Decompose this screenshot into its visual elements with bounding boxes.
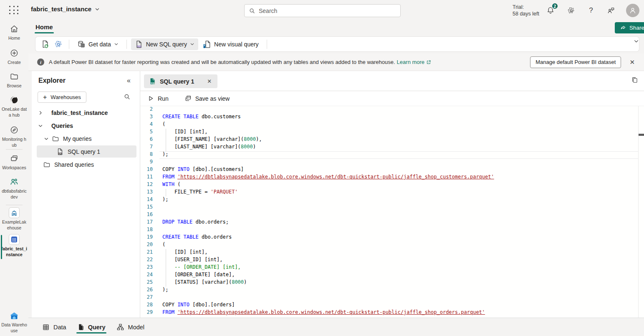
- chevron-down-icon[interactable]: [37, 123, 44, 128]
- settings-button[interactable]: [566, 5, 576, 15]
- plus-icon: +: [43, 94, 47, 101]
- code-line-2[interactable]: 2: [140, 106, 644, 114]
- code-line-13[interactable]: 13 FILE_TYPE = 'PARQUET': [140, 189, 644, 196]
- rail-item-examplelakehouse[interactable]: ExampleLakehouse: [0, 208, 28, 231]
- workspace-switcher[interactable]: fabric_test_instance: [31, 5, 100, 13]
- rail-item-browse[interactable]: Browse: [0, 72, 28, 89]
- home-toolbar: Get data SQL New SQL query New vis: [35, 37, 639, 51]
- code-line-4[interactable]: 4(: [140, 121, 644, 129]
- help-button[interactable]: ?: [586, 5, 596, 15]
- manage-default-dataset-button[interactable]: Manage default Power BI dataset: [530, 56, 621, 68]
- tree-item-fabric-test-instance[interactable]: fabric_test_instance: [32, 106, 140, 119]
- view-tab-model[interactable]: Model: [114, 318, 147, 336]
- learn-more-link[interactable]: Learn more: [397, 59, 424, 65]
- rail-item-monitoring-hub[interactable]: Monitoring hub: [0, 125, 28, 148]
- indent-guide: [166, 272, 166, 279]
- chevron-right-icon[interactable]: [37, 110, 44, 115]
- add-warehouses-button[interactable]: + Warehouses: [38, 92, 86, 103]
- code-line-6[interactable]: 6 [FIRST_NAME] [varchar](8000),: [140, 136, 644, 144]
- code-line-3[interactable]: 3CREATE TABLE dbo.customers: [140, 114, 644, 121]
- code-line-10[interactable]: 10COPY INTO [dbo].[customers]: [140, 166, 644, 174]
- close-tab-icon[interactable]: ✕: [207, 78, 212, 84]
- code-line-8[interactable]: 8);: [140, 151, 644, 159]
- refresh-button[interactable]: [39, 38, 51, 50]
- code-line-26[interactable]: 26);: [140, 287, 644, 294]
- sql-code-editor[interactable]: 23CREATE TABLE dbo.customers4(5 [ID] [in…: [140, 106, 644, 318]
- new-sql-query-button[interactable]: SQL New SQL query: [131, 38, 198, 50]
- new-visual-query-button[interactable]: New visual query: [199, 38, 263, 50]
- notifications-button[interactable]: 2: [546, 5, 556, 15]
- rail-item-onelake-data-hub[interactable]: OneLake data hub: [0, 95, 28, 118]
- collapse-panel-icon[interactable]: «: [127, 77, 131, 84]
- tree-item-queries[interactable]: Queries: [32, 119, 140, 132]
- code-line-11[interactable]: 11FROM 'https://dbtlabsynapsedatalake.bl…: [140, 174, 644, 181]
- code-line-28[interactable]: 28COPY INTO [dbo].[orders]: [140, 302, 644, 309]
- code-line-14[interactable]: 14);: [140, 196, 644, 204]
- rail-item-dbtlabsfabricdev[interactable]: dbtlabsfabricdev: [0, 177, 28, 200]
- rail-item-label: ExampleLakehouse: [1, 219, 27, 231]
- code-line-5[interactable]: 5 [ID] [int],: [140, 129, 644, 136]
- feedback-icon: [607, 6, 615, 15]
- tree-item-shared-queries[interactable]: Shared queries: [32, 158, 140, 171]
- code-line-29[interactable]: 29FROM 'https://dbtlabsynapsedatalake.bl…: [140, 309, 644, 317]
- code-line-15[interactable]: 15: [140, 204, 644, 211]
- view-tab-label: Model: [128, 324, 145, 331]
- code-line-22[interactable]: 22 [USER_ID] [int],: [140, 257, 644, 264]
- code-line-20[interactable]: 20(: [140, 242, 644, 249]
- copy-icon[interactable]: [631, 76, 638, 84]
- chevron-down-icon: [190, 42, 194, 46]
- explorer-search-icon[interactable]: [124, 93, 131, 100]
- query-tab-title: SQL query 1: [160, 78, 194, 85]
- global-search[interactable]: [244, 4, 401, 17]
- code-line-16[interactable]: 16: [140, 211, 644, 219]
- code-line-25[interactable]: 25 [STATUS] [varchar](8000): [140, 279, 644, 287]
- chevron-down-icon[interactable]: [43, 136, 50, 141]
- toolbar-collapse-chevron[interactable]: [634, 38, 639, 44]
- code-text: -- [ORDER_DATE] [int],: [162, 264, 241, 272]
- rail-item-label: fabric_test_instance: [1, 246, 27, 257]
- code-line-18[interactable]: 18: [140, 227, 644, 234]
- account-avatar[interactable]: [626, 4, 639, 17]
- code-line-9[interactable]: 9: [140, 159, 644, 166]
- code-text: FILE_TYPE = 'PARQUET': [162, 189, 238, 196]
- code-line-21[interactable]: 21 [ID] [int],: [140, 249, 644, 257]
- code-line-23[interactable]: 23 -- [ORDER_DATE] [int],: [140, 264, 644, 272]
- save-as-view-button[interactable]: Save as view: [182, 93, 232, 104]
- view-tab-query[interactable]: Query: [75, 318, 108, 336]
- query-tab[interactable]: SQL SQL query 1 ✕: [144, 74, 217, 88]
- code-line-17[interactable]: 17DROP TABLE dbo.orders;: [140, 219, 644, 227]
- code-text: WITH (: [162, 181, 180, 189]
- app-launcher-icon[interactable]: [9, 6, 19, 15]
- rail-item-workspaces[interactable]: Workspaces: [0, 154, 28, 171]
- code-line-19[interactable]: 19CREATE TABLE dbo.orders: [140, 234, 644, 242]
- line-number: 7: [140, 144, 153, 151]
- rail-item-fabric-test-instance[interactable]: fabric_test_instance: [0, 235, 28, 257]
- rail-item-data-warehouse[interactable]: Data Warehouse: [0, 311, 28, 333]
- model-icon: [116, 323, 124, 331]
- get-data-label: Get data: [88, 41, 111, 48]
- tree-item-sql-query-1[interactable]: SQLSQL query 1: [32, 145, 140, 158]
- gear-icon: [567, 7, 575, 15]
- code-text: (: [162, 121, 165, 129]
- tree-item-my-queries[interactable]: My queries: [32, 132, 140, 145]
- view-tab-data[interactable]: Data: [40, 318, 69, 336]
- code-line-27[interactable]: 27: [140, 294, 644, 302]
- tree-item-label: SQL query 1: [68, 148, 100, 155]
- code-line-24[interactable]: 24 [ORDER_DATE] [date],: [140, 272, 644, 279]
- rail-item-home[interactable]: Home: [0, 24, 28, 41]
- line-number: 17: [140, 219, 153, 227]
- feedback-button[interactable]: [606, 5, 616, 15]
- code-line-12[interactable]: 12WITH (: [140, 181, 644, 189]
- banner-close-icon[interactable]: ✕: [627, 58, 637, 67]
- get-data-button[interactable]: Get data: [73, 38, 122, 50]
- rail-item-create[interactable]: Create: [0, 48, 28, 65]
- code-line-7[interactable]: 7 [LAST_NAME] [varchar](8000): [140, 144, 644, 151]
- sql-document-icon: SQL: [135, 40, 143, 48]
- code-text: [STATUS] [varchar](8000): [162, 279, 247, 287]
- code-text: COPY INTO [dbo].[orders]: [162, 302, 235, 309]
- share-button[interactable]: Share: [615, 22, 644, 33]
- tab-home[interactable]: Home: [35, 22, 54, 33]
- run-button[interactable]: Run: [145, 94, 171, 104]
- query-settings-button[interactable]: [52, 38, 65, 50]
- search-input[interactable]: [259, 8, 396, 14]
